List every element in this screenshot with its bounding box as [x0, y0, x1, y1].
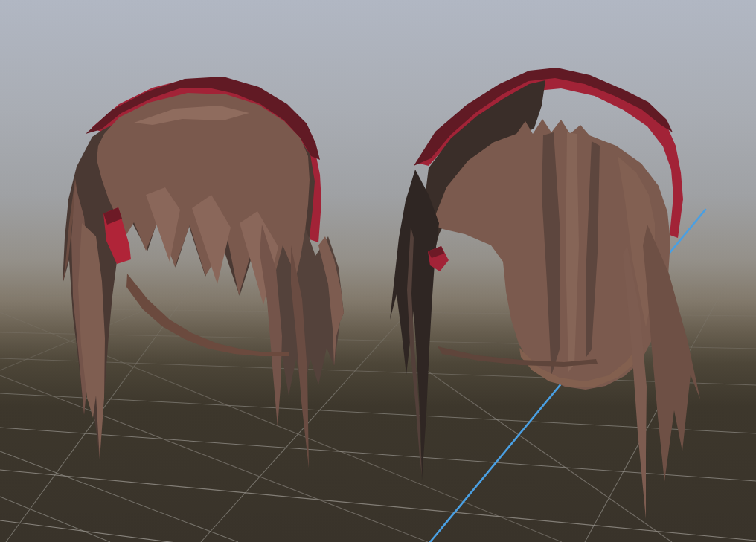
grid-line — [0, 268, 247, 370]
scene-svg[interactable] — [0, 0, 756, 542]
grid-line — [0, 497, 110, 542]
viewport-3d[interactable] — [0, 0, 756, 542]
grid-line — [0, 451, 238, 542]
hair-strand[interactable] — [390, 170, 439, 481]
grid-line — [0, 375, 428, 542]
hair-strand[interactable] — [643, 225, 700, 482]
grid-line — [0, 520, 756, 542]
hair-model-right[interactable] — [390, 68, 700, 519]
